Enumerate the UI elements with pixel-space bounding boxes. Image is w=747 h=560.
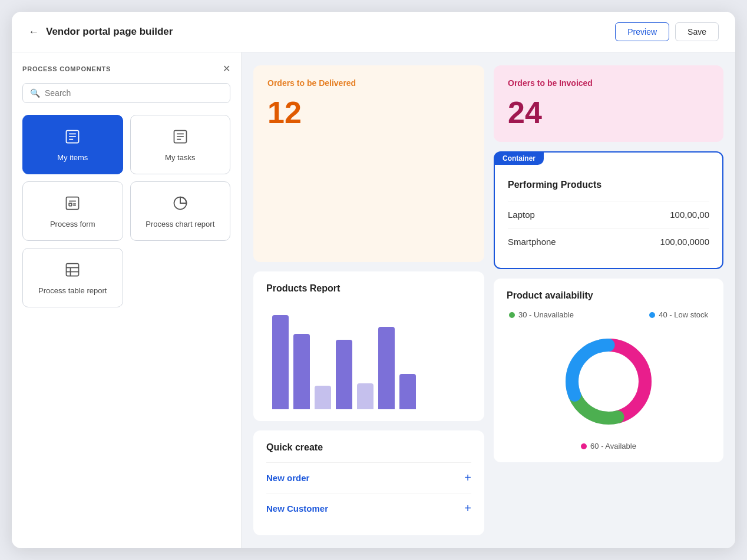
bar-5-light [357, 383, 374, 409]
legend-unavailable: 30 - Unavailable [509, 310, 574, 319]
performing-title: Performing Products [508, 180, 709, 190]
header: ← Vendor portal page builder Preview Sav… [12, 12, 735, 52]
component-process-table[interactable]: Process table report [22, 248, 123, 307]
new-customer-plus-icon: + [464, 502, 471, 515]
new-customer-label: New Customer [266, 503, 328, 513]
page-title: Vendor portal page builder [46, 26, 173, 38]
header-left: ← Vendor portal page builder [28, 26, 173, 38]
bar-1-dark [272, 315, 289, 409]
my-tasks-label: My tasks [165, 153, 195, 163]
save-button[interactable]: Save [675, 22, 719, 41]
app-window: ← Vendor portal page builder Preview Sav… [12, 12, 735, 548]
legend-available: 60 - Available [581, 442, 636, 450]
quick-create-title: Quick create [266, 442, 471, 453]
my-tasks-icon [172, 128, 189, 147]
donut-legend-top: 30 - Unavailable 40 - Low stock [507, 310, 710, 319]
process-form-icon [64, 195, 81, 214]
bar-group-3 [315, 386, 331, 409]
process-form-label: Process form [50, 220, 95, 230]
component-my-items[interactable]: My items [22, 115, 123, 174]
products-report-card: Products Report [253, 271, 484, 421]
canvas-left: Orders to be Delivered 12 Products Repor… [253, 65, 484, 535]
svg-rect-8 [67, 197, 79, 209]
sidebar-section-title: PROCESS COMPONENTS [22, 65, 111, 72]
container-badge: Container [494, 152, 544, 165]
product-smartphone: Smartphone [508, 237, 556, 247]
donut-container: 30 - Unavailable 40 - Low stock [507, 310, 710, 450]
kpi-deliver-value: 12 [267, 97, 470, 128]
bar-group-5 [357, 383, 374, 409]
process-table-label: Process table report [38, 286, 107, 296]
bar-group-6 [378, 327, 395, 409]
legend-unavailable-label: 30 - Unavailable [518, 310, 574, 319]
back-button[interactable]: ← [28, 26, 39, 38]
product-laptop-value: 100,00,00 [670, 210, 709, 220]
process-chart-icon [172, 195, 189, 214]
bar-group-7 [399, 374, 416, 409]
bar-6-dark [378, 327, 395, 409]
quick-create-new-customer[interactable]: New Customer + [266, 493, 471, 523]
quick-create-card: Quick create New order + New Customer + [253, 430, 484, 535]
products-report-title: Products Report [266, 283, 471, 294]
container-content: Performing Products Laptop 100,00,00 Sma… [495, 153, 722, 268]
product-smartphone-value: 100,00,0000 [660, 237, 709, 247]
donut-chart [556, 329, 662, 435]
kpi-invoice-card: Orders to be Invoiced 24 [494, 65, 723, 142]
performing-row-laptop: Laptop 100,00,00 [508, 201, 709, 228]
legend-low-stock-label: 40 - Low stock [659, 310, 708, 319]
svg-rect-16 [67, 263, 79, 276]
svg-rect-10 [69, 203, 72, 206]
bar-3-light [315, 386, 331, 409]
bar-2-dark [293, 334, 310, 409]
search-icon: 🔍 [30, 88, 40, 98]
product-availability-card: Product availability 30 - Unavailable 40… [494, 279, 723, 462]
canvas: Orders to be Delivered 12 Products Repor… [242, 52, 735, 548]
availability-title: Product availability [507, 290, 710, 301]
new-order-plus-icon: + [464, 471, 471, 485]
sidebar: PROCESS COMPONENTS ✕ 🔍 [12, 52, 242, 548]
kpi-deliver-card: Orders to be Delivered 12 [253, 65, 484, 262]
performing-products-container: Container Performing Products Laptop 100… [494, 151, 723, 269]
kpi-deliver-label: Orders to be Delivered [267, 78, 470, 88]
bar-group-4 [336, 340, 352, 409]
component-process-chart[interactable]: Process chart report [130, 181, 231, 241]
component-my-tasks[interactable]: My tasks [130, 115, 231, 174]
header-actions: Preview Save [615, 22, 719, 41]
legend-available-label: 60 - Available [590, 442, 636, 450]
legend-dot-green [509, 312, 515, 318]
bar-group-2 [293, 334, 310, 409]
process-table-icon [64, 261, 81, 280]
component-process-form[interactable]: Process form [22, 181, 123, 241]
process-chart-label: Process chart report [146, 220, 214, 230]
legend-dot-pink [581, 443, 587, 449]
search-box[interactable]: 🔍 [22, 83, 230, 103]
bar-group-1 [272, 315, 289, 409]
sidebar-header: PROCESS COMPONENTS ✕ [22, 64, 230, 74]
kpi-invoice-label: Orders to be Invoiced [508, 78, 709, 88]
main-layout: PROCESS COMPONENTS ✕ 🔍 [12, 52, 735, 548]
product-laptop: Laptop [508, 210, 535, 220]
quick-create-new-order[interactable]: New order + [266, 462, 471, 493]
search-input[interactable] [45, 88, 223, 98]
bar-4-dark [336, 340, 352, 409]
close-sidebar-button[interactable]: ✕ [223, 64, 230, 74]
preview-button[interactable]: Preview [615, 22, 669, 41]
bar-7-dark [399, 374, 416, 409]
legend-dot-blue [649, 312, 655, 318]
performing-row-smartphone: Smartphone 100,00,0000 [508, 228, 709, 255]
kpi-invoice-value: 24 [508, 97, 709, 128]
new-order-label: New order [266, 473, 309, 483]
my-items-icon [64, 128, 81, 147]
bar-chart [266, 303, 471, 409]
legend-low-stock: 40 - Low stock [649, 310, 708, 319]
components-grid: My items My tasks [22, 115, 230, 307]
canvas-right: Orders to be Invoiced 24 Container Perfo… [494, 65, 723, 535]
my-items-label: My items [57, 153, 88, 163]
